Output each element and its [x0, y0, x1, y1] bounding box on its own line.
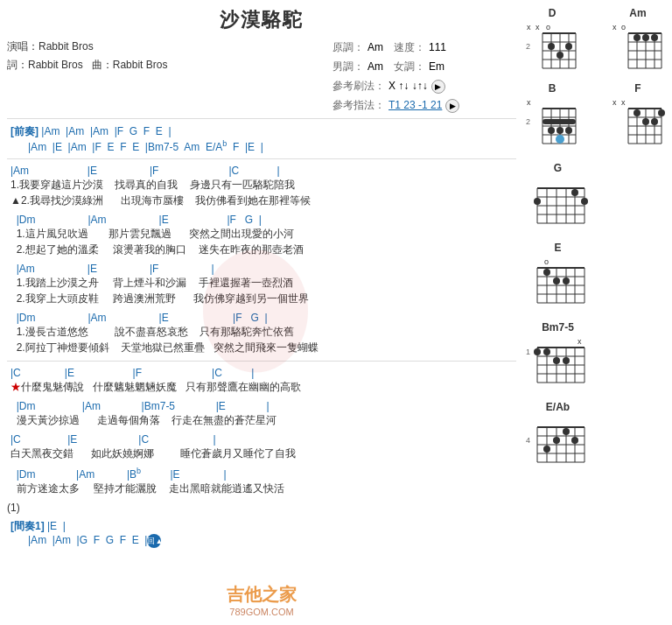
chord-row-2: B x [525, 82, 665, 162]
chorus-dm-block: |Dm |Am |Bm7-5 |E | 漫天黃沙掠過 走過每個角落 行走在無盡的… [7, 400, 516, 428]
author-meta: 詞：Rabbit Bros 曲：Rabbit Bros [7, 57, 324, 74]
svg-text:x: x [527, 98, 531, 107]
chorus-dm3-block: |Dm |Am |Bb |E | 前方迷途太多 堅持才能灑脫 走出黑暗就能逍遙又… [7, 467, 516, 496]
svg-text:x: x [578, 337, 582, 346]
pick-play-btn[interactable]: ▶ [445, 99, 459, 113]
strum-play-btn[interactable]: ▶ [431, 80, 445, 94]
svg-text:x: x [536, 23, 540, 32]
chord-row-1: D x x o [525, 7, 665, 82]
svg-point-29 [634, 34, 640, 41]
chorus-c2-block: |C |E |C | 白天黑夜交錯 如此妖嬈婀娜 睡佗蒼歲月又睡佗了自我 [7, 433, 516, 461]
svg-point-47 [556, 135, 564, 144]
svg-point-122 [543, 446, 550, 453]
svg-text:4: 4 [526, 436, 530, 445]
chord-EAb: E/Ab [525, 401, 591, 481]
tempo-label: 速度： [394, 39, 425, 58]
svg-point-64 [658, 109, 665, 116]
svg-point-44 [548, 127, 555, 134]
svg-text:x: x [612, 23, 617, 32]
prelude-line2: |Am |E |Am |F E F E |Bm7-5 Am E/Ab F |E … [7, 139, 516, 153]
verse1-am2-block: |Am |E |F | 1.我踏上沙漠之舟 背上煙斗和沙漏 手裡還握著一壺烈酒 … [7, 263, 516, 306]
verse1-dm2-block: |Dm |Am |E |F G | 1.漫長古道悠悠 說不盡喜怒哀愁 只有那駱駝… [7, 312, 516, 355]
svg-point-30 [642, 34, 649, 41]
chord-F: F x x [611, 82, 665, 162]
svg-text:1: 1 [526, 348, 530, 356]
song-title: 沙漠駱駝 [7, 7, 516, 33]
svg-point-91 [543, 269, 550, 276]
chord-B: B x [525, 82, 579, 162]
chorus-block: |C |E |F |C | ★什麼鬼魅傳說 什麼魑魅魍魎妖魔 只有那聲鷹在幽幽的… [7, 367, 516, 395]
prelude-section: [前奏] |Am |Am |Am |F G F E | |Am |E |Am |… [7, 124, 516, 153]
svg-text:x: x [612, 98, 617, 107]
lyric-value: Rabbit Bros [28, 59, 83, 71]
female-key: Em [429, 58, 444, 77]
svg-point-125 [571, 437, 578, 444]
svg-point-46 [565, 127, 572, 134]
male-key: Am [368, 58, 383, 77]
svg-point-61 [634, 109, 640, 116]
original-key-label: 原調： [332, 39, 364, 58]
strum-val: X ↑↓ ↓↑↓ [388, 77, 428, 96]
svg-point-77 [571, 189, 578, 196]
svg-text:o: o [544, 257, 549, 266]
singer-value: Rabbit Bros [38, 40, 94, 53]
pick-val: T1 23 -1 21 [388, 96, 442, 116]
svg-point-109 [563, 357, 570, 364]
svg-point-93 [563, 277, 570, 284]
svg-point-107 [543, 348, 550, 355]
chord-D: D x x o [525, 7, 579, 82]
svg-point-124 [563, 428, 570, 435]
chord-Am: Am x o [611, 7, 665, 82]
chord-E: E o [525, 242, 591, 321]
guitar-home-label: 吉他之家 [7, 583, 516, 607]
website-url: 789GOM.COM [7, 607, 516, 617]
chord-Bm75: Bm7-5 x [525, 321, 591, 401]
svg-point-108 [553, 357, 560, 364]
singer-label: 演唱： [7, 40, 38, 53]
composer-label: 曲： [92, 59, 113, 71]
composer-value: Rabbit Bros [113, 59, 168, 71]
svg-point-15 [556, 52, 564, 59]
lyric-label: 詞： [7, 59, 28, 71]
svg-point-31 [651, 34, 658, 41]
chord-row-5: Bm7-5 x [525, 321, 665, 401]
svg-text:2: 2 [526, 42, 530, 51]
chord-row-3: G [525, 162, 665, 242]
svg-point-14 [565, 43, 572, 50]
svg-text:o: o [621, 23, 626, 32]
svg-text:o: o [546, 23, 550, 32]
svg-point-45 [556, 127, 564, 134]
verse1-dm-block: |Dm |Am |E |F G | 1.這片風兒吹過 那片雲兒飄過 突然之間出現… [7, 214, 516, 257]
svg-text:x: x [527, 23, 531, 32]
svg-rect-43 [542, 119, 576, 124]
svg-point-62 [642, 118, 649, 125]
singer-meta: 演唱：Rabbit Bros [7, 39, 324, 55]
prelude-label: [前奏] |Am |Am |Am |F G F E | [7, 124, 516, 139]
svg-point-76 [534, 198, 541, 205]
interlude-section: [間奏1] |E | |Am |Am |G F G F E |回▲ [7, 519, 516, 548]
verse1-block: |Am |E |F |C | 1.我要穿越這片沙漠 找尋真的自我 身邊只有一匹駱… [7, 165, 516, 208]
chord-G: G [525, 162, 591, 242]
original-key-val: Am [368, 39, 383, 58]
svg-point-63 [651, 118, 658, 125]
svg-point-13 [548, 43, 555, 50]
repeat-mark: (1) [7, 502, 516, 514]
svg-point-92 [553, 277, 560, 284]
svg-point-78 [581, 198, 588, 205]
svg-point-106 [534, 348, 541, 355]
svg-text:x: x [621, 98, 626, 107]
chord-row-4: E o [525, 242, 665, 321]
tempo-val: 111 [429, 39, 446, 58]
chord-row-6: E/Ab [525, 401, 665, 481]
svg-text:2: 2 [526, 117, 530, 126]
chord-diagrams-panel: D x x o [525, 7, 665, 617]
svg-point-123 [553, 437, 560, 444]
song-info-right: 原調： Am 速度： 111 男調：Am 女調：Em 參考刷法： X ↑↓ ↓↑… [332, 39, 516, 115]
